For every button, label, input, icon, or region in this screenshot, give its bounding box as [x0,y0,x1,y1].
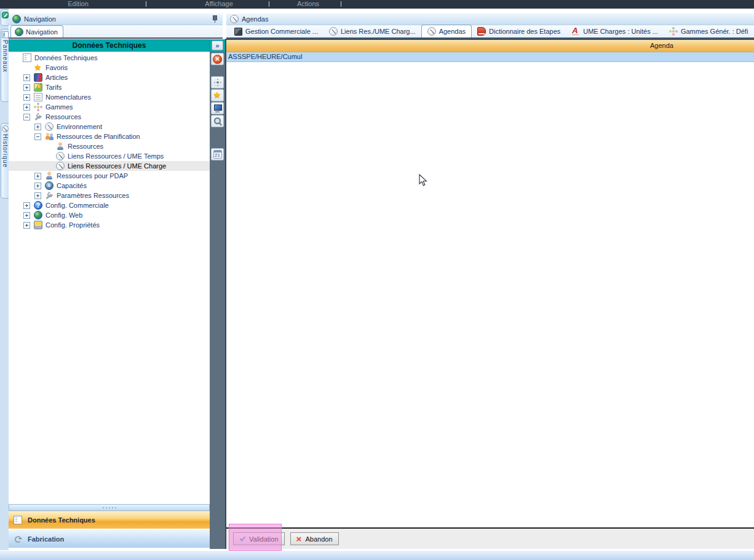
expand-icon[interactable] [23,222,30,229]
globe-icon [12,15,21,23]
check-icon [239,536,246,542]
expand-icon[interactable] [34,124,41,130]
collapse-icon[interactable] [23,114,30,120]
tab-label: Gestion Commerciale ... [245,28,318,35]
tree-item[interactable]: Liens Ressources / UME Temps [9,151,210,161]
tree-item-label: Favoris [46,64,68,71]
grid-rows: ASSSPE/HEURE/Cumul [226,52,754,62]
tab-label: UME Charges : Unités ... [583,28,658,35]
application-window: EditionAffichageActions PanneauxHistoriq… [0,0,754,560]
tree-item[interactable]: Données Techniques [9,53,210,63]
menu-item-affichage[interactable]: Affichage [197,0,241,8]
close-button[interactable] [211,53,224,65]
expand-icon[interactable] [23,84,30,91]
tree-item-label: Ressources [68,143,103,150]
pricing-icon [34,83,42,92]
validation-button[interactable]: Validation [233,532,285,545]
tree-item-label: Tarifs [46,84,62,91]
nav-group-fabrication[interactable]: Fabrication [9,529,210,548]
dock-tab-panneaux[interactable]: Panneaux [1,29,9,102]
tab-agendas[interactable]: Agendas [421,25,472,37]
tab-label: Gammes Génér. : Défi [681,28,748,35]
expand-icon[interactable] [34,183,41,189]
dock-tab-historique[interactable]: Historique [1,123,9,199]
tree-item-label: Liens Ressources / UME Temps [68,152,164,160]
globe-icon [34,211,42,219]
clock-icon [329,27,338,36]
tab-gammes-g-n-r-d-fi[interactable]: Gammes Génér. : Défi [664,25,753,37]
tree-item[interactable]: Config. Web [9,210,210,220]
tree-item[interactable]: Nomenclatures [9,92,210,102]
navigation-tree: Données TechniquesFavorisArticlesTarifsN… [9,52,210,505]
tree-item[interactable]: Ressources de Planification [9,132,210,141]
tab-gestion-commerciale[interactable]: Gestion Commerciale ... [229,25,323,37]
tree-item[interactable]: Capacités [9,181,210,191]
tree-item[interactable]: Paramètres Ressources [9,191,210,200]
menu-divider [146,1,146,7]
magnifier-button[interactable] [211,115,224,127]
abandon-button[interactable]: Abandon [290,532,339,545]
expand-icon[interactable] [34,173,41,179]
expand-icon[interactable] [23,104,30,111]
collapse-panel-button[interactable]: » [212,41,223,50]
tab-label: Dictionnaire des Etapes [489,28,560,35]
nav-group-list: Données TechniquesFabrication [9,511,210,548]
expand-icon[interactable] [34,192,41,199]
panels-icon [2,31,9,38]
tree-item[interactable]: Articles [9,73,210,82]
wrench-icon [34,112,42,121]
grid-row-selected[interactable]: ASSSPE/HEURE/Cumul [226,52,754,62]
ume-a-icon [571,27,580,36]
expand-icon[interactable] [23,74,30,81]
clock-icon [45,122,54,131]
tree-item[interactable]: Liens Ressources / UME Charge [9,161,210,171]
tree-item-label: Ressources pour PDAP [57,172,128,179]
menubar: EditionAffichageActions [0,0,754,9]
tree-item[interactable]: Favoris [9,63,210,73]
tab-dictionnaire-des-etapes[interactable]: Dictionnaire des Etapes [472,25,566,37]
grid-column-header[interactable]: Agenda [226,40,754,52]
favorites-star-button[interactable] [211,89,224,101]
status-bar [0,550,754,560]
pin-icon[interactable] [210,15,219,23]
expand-icon[interactable] [23,202,30,209]
workstation-button[interactable] [211,102,224,114]
tab-navigation[interactable]: Navigation [10,25,63,37]
splitter-handle[interactable] [9,504,210,511]
tab-label: Liens Res./UME Charg... [341,28,416,35]
tree-item-label: Ressources [46,113,81,120]
nav-group-donn-es-techniques[interactable]: Données Techniques [9,511,210,529]
tree-item[interactable]: Config. Propriétés [9,220,210,230]
tree-item[interactable]: Ressources [9,141,210,151]
nav-group-label: Fabrication [28,535,64,543]
tree-item[interactable]: Tarifs [9,82,210,92]
collapse-icon[interactable] [34,133,41,140]
tree-item-label: Capacités [57,182,87,189]
network-button[interactable] [211,76,224,89]
left-dock-strip: PanneauxHistorique [0,9,9,550]
red-book-icon [477,27,486,36]
tab-ume-charges-unit-s[interactable]: UME Charges : Unités ... [566,25,664,37]
tree-item[interactable]: Environnement [9,122,210,132]
tree-item[interactable]: Gammes [9,102,210,112]
tree-item[interactable]: Ressources [9,112,210,122]
dock-tab-label: Historique [2,134,9,168]
cross-icon [296,535,303,543]
calendar-21-button[interactable] [211,148,224,160]
menu-item-edition[interactable]: Edition [58,0,98,8]
tree-item-label: Environnement [57,123,102,130]
side-toolbar: » [210,39,225,549]
dock-tab-tools[interactable] [1,9,9,26]
tree-panel-header: Données Techniques [9,39,210,52]
favorites-star-icon [213,91,222,100]
person-icon [45,172,54,180]
tree-item[interactable]: Config. Commerciale [9,200,210,210]
tab-liens-res-ume-charg[interactable]: Liens Res./UME Charg... [323,25,421,37]
properties-server-icon [34,221,42,229]
nomenclature-icon [34,93,42,101]
tree-item[interactable]: Ressources pour PDAP [9,171,210,181]
expand-icon[interactable] [23,94,30,101]
menu-item-actions[interactable]: Actions [289,0,327,8]
expand-icon[interactable] [23,212,30,219]
tree-item-label: Ressources de Planification [57,133,140,140]
